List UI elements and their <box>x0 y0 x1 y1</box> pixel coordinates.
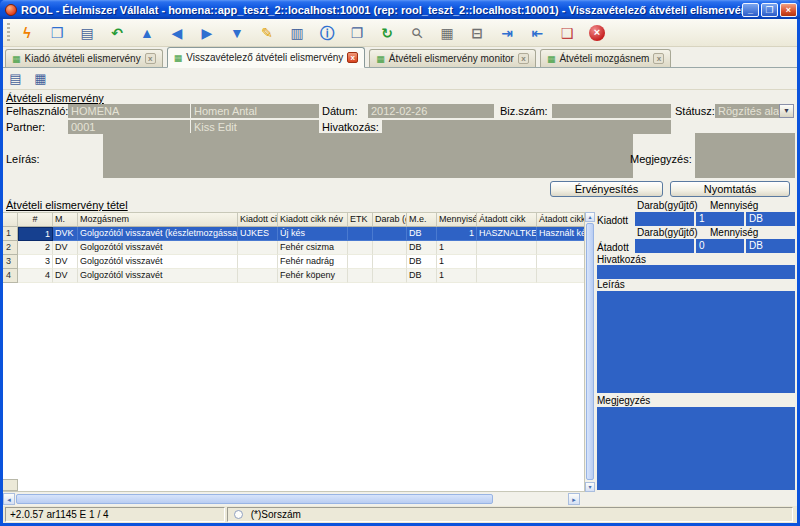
save-icon[interactable]: ▤ <box>76 22 98 44</box>
hscroll-thumb[interactable] <box>16 494 493 504</box>
table-cell[interactable] <box>348 269 373 283</box>
last-record-icon[interactable]: ▼ <box>226 22 248 44</box>
table-cell[interactable] <box>537 241 585 255</box>
undo-icon[interactable]: ↶ <box>106 22 128 44</box>
table-cell[interactable]: 2 <box>18 241 53 255</box>
table-row[interactable]: 22DVGolgozótól visszavétFehér csizmaDB1 <box>3 241 584 255</box>
table-cell[interactable] <box>477 269 537 283</box>
scroll-down-icon[interactable]: ▾ <box>585 482 595 492</box>
row-selector[interactable]: 2 <box>3 241 18 255</box>
row-selector[interactable]: 1 <box>3 227 18 241</box>
column-header[interactable]: M. <box>53 213 78 227</box>
column-header[interactable]: Darab (gy <box>373 213 407 227</box>
table-cell[interactable] <box>537 255 585 269</box>
table-cell[interactable]: DB <box>407 255 437 269</box>
column-header[interactable]: ETK <box>348 213 373 227</box>
kiadott-mennyiseg-field[interactable]: 1 <box>696 212 744 226</box>
tab-visszavetelezo-atveteli-elismerveny[interactable]: ▦ Visszavételező átvételi elismervény x <box>167 47 366 68</box>
table-cell[interactable]: 3 <box>18 255 53 269</box>
tab-kiado-atveteli-elismerveny[interactable]: ▦ Kiadó átvételi elismervény x <box>5 49 163 67</box>
column-header[interactable]: Mennyisé <box>437 213 477 227</box>
table-cell[interactable]: Használt kés <box>537 227 585 241</box>
megjegyzes-textarea[interactable] <box>695 133 795 178</box>
table-cell[interactable] <box>238 241 278 255</box>
table-cell[interactable]: Golgozótól visszavét <box>78 255 238 269</box>
tab-atveteli-elismerveny-monitor[interactable]: ▦ Átvételi elismervény monitor x <box>369 49 536 67</box>
ervenyesites-button[interactable]: Érvényesítés <box>550 181 663 197</box>
leiras-textarea[interactable] <box>103 133 633 178</box>
grid-horizontal-scrollbar[interactable]: ◂ ▸ <box>3 493 581 505</box>
table-row[interactable]: 44DVGolgozótól visszavétFehér köpenyDB1 <box>3 269 584 283</box>
tab-atveteli-mozgasnem[interactable]: ▦ Átvételi mozgásnem x <box>540 49 672 67</box>
panel-hivatkozas-field[interactable] <box>597 265 795 279</box>
table-cell[interactable]: DV <box>53 255 78 269</box>
table-cell[interactable]: 1 <box>18 227 53 241</box>
table-cell[interactable] <box>348 241 373 255</box>
table-cell[interactable]: DB <box>407 227 437 241</box>
table-cell[interactable]: Fehér köpeny <box>278 269 348 283</box>
close-button[interactable]: × <box>780 3 797 17</box>
table-cell[interactable]: DB <box>407 269 437 283</box>
partner-code-field[interactable]: 0001 <box>68 120 190 134</box>
tab-close-icon[interactable]: x <box>653 53 664 64</box>
table-cell[interactable] <box>477 241 537 255</box>
kiadott-me-field[interactable]: DB <box>746 212 795 226</box>
scroll-right-icon[interactable]: ▸ <box>568 493 580 505</box>
felhasznalo-name-field[interactable]: Homen Antal <box>191 104 319 118</box>
table-cell[interactable] <box>348 227 373 241</box>
partner-name-field[interactable]: Kiss Edit <box>191 120 319 134</box>
info-icon[interactable]: ⓘ <box>316 22 338 44</box>
panel-megjegyzes-textarea[interactable] <box>597 407 795 490</box>
sorszam-radio-icon[interactable] <box>234 510 243 519</box>
titlebar[interactable]: ROOL - Élelmiszer Vállalat - homena::app… <box>0 0 800 19</box>
prev-record-icon[interactable]: ◀ <box>166 22 188 44</box>
refresh-icon[interactable]: ↻ <box>376 22 398 44</box>
next-record-icon[interactable]: ▶ <box>196 22 218 44</box>
table-row[interactable]: 33DVGolgozótól visszavétFehér nadrágDB1 <box>3 255 584 269</box>
minimize-button[interactable]: _ <box>742 3 759 17</box>
tab-close-icon[interactable]: x <box>518 53 529 64</box>
column-header[interactable]: Átadott cikk <box>477 213 537 227</box>
search-icon[interactable]: ⚲ <box>401 19 432 48</box>
table-cell[interactable] <box>373 227 407 241</box>
stop-icon[interactable]: × <box>589 25 605 41</box>
table-cell[interactable]: Új kés <box>278 227 348 241</box>
maximize-button[interactable]: ❐ <box>761 3 778 17</box>
panel-leiras-textarea[interactable] <box>597 291 795 393</box>
table-cell[interactable]: Fehér csizma <box>278 241 348 255</box>
table-cell[interactable] <box>238 269 278 283</box>
tab-close-icon[interactable]: x <box>145 53 156 64</box>
vscroll-thumb[interactable] <box>586 223 594 480</box>
table-cell[interactable]: Fehér nadrág <box>278 255 348 269</box>
table-cell[interactable] <box>537 269 585 283</box>
layout-grid-icon[interactable]: ▦ <box>32 70 49 87</box>
grid-icon[interactable]: ▦ <box>436 22 458 44</box>
nyomtatas-button[interactable]: Nyomtatás <box>670 181 790 197</box>
import-grid-icon[interactable]: ⇤ <box>526 22 548 44</box>
export-grid-icon[interactable]: ⇥ <box>496 22 518 44</box>
table-cell[interactable]: UJKES <box>238 227 278 241</box>
table-cell[interactable]: Golgozótól visszavét <box>78 241 238 255</box>
column-header[interactable]: # <box>18 213 53 227</box>
column-header[interactable]: M.e. <box>407 213 437 227</box>
scroll-up-icon[interactable]: ▴ <box>585 212 595 222</box>
kiadott-darab-field[interactable] <box>635 212 694 226</box>
window-icon[interactable]: ❐ <box>346 22 368 44</box>
bizszam-field[interactable] <box>552 104 671 118</box>
table-cell[interactable]: Golgozótól visszavét (készletmozgással) <box>78 227 238 241</box>
column-header[interactable]: Átadott cikk r <box>537 213 585 227</box>
table-cell[interactable]: HASZNALTKES <box>477 227 537 241</box>
tab-close-icon[interactable]: x <box>347 52 358 63</box>
datum-field[interactable]: 2012-02-26 <box>368 104 494 118</box>
table-cell[interactable]: DB <box>407 241 437 255</box>
column-header[interactable]: Kiadott cik <box>238 213 278 227</box>
felhasznalo-code-field[interactable]: HOMENA <box>68 104 190 118</box>
scroll-left-icon[interactable]: ◂ <box>3 493 15 505</box>
open-icon[interactable]: ❒ <box>46 22 68 44</box>
atadott-darab-field[interactable] <box>635 239 694 253</box>
table-cell[interactable] <box>477 255 537 269</box>
table-cell[interactable]: 1 <box>437 241 477 255</box>
row-selector[interactable]: 4 <box>3 269 18 283</box>
table-cell[interactable]: 4 <box>18 269 53 283</box>
table-cell[interactable] <box>348 255 373 269</box>
